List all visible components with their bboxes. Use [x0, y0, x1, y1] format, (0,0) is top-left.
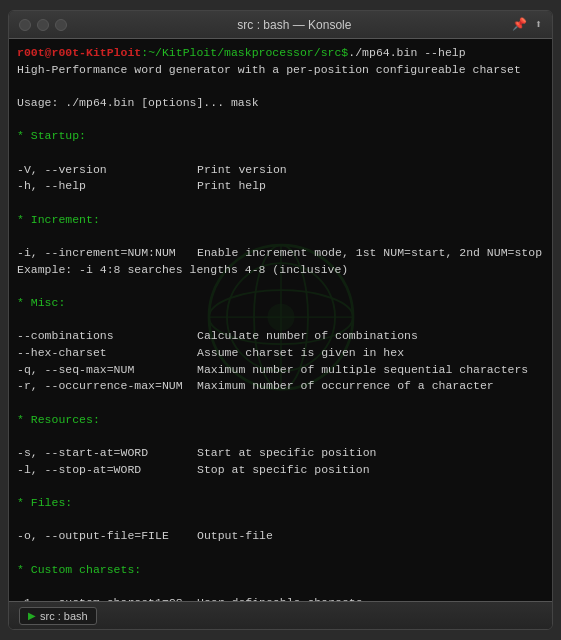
command-1: ./mp64.bin --help	[348, 45, 465, 62]
resources-header: * Resources:	[17, 412, 544, 429]
increment-header: * Increment:	[17, 212, 544, 229]
opt-l-desc: Stop at specific position	[197, 462, 370, 479]
blank-10	[17, 478, 544, 495]
blank-12	[17, 545, 544, 562]
opt-c1-desc: User-defineable charsets	[197, 595, 363, 601]
opt-o-desc: Output-file	[197, 528, 273, 545]
blank-2	[17, 112, 544, 129]
usage-line: Usage: ./mp64.bin [options]... mask	[17, 95, 544, 112]
opt-i-flag: -i, --increment=NUM:NUM	[17, 245, 197, 262]
terminal-body[interactable]: r00t@r00t-KitPloit :~/KitPloit/maskproce…	[9, 39, 552, 601]
opt-hex-line: --hex-charset Assume charset is given in…	[17, 345, 544, 362]
titlebar: src : bash — Konsole 📌 ⬆	[9, 11, 552, 39]
opt-hex-flag: --hex-charset	[17, 345, 197, 362]
prompt-line-1: r00t@r00t-KitPloit :~/KitPloit/maskproce…	[17, 45, 544, 62]
prompt-user-1: r00t@r00t-KitPloit	[17, 45, 141, 62]
blank-6	[17, 278, 544, 295]
opt-comb-desc: Calculate number of combinations	[197, 328, 418, 345]
terminal-content: r00t@r00t-KitPloit :~/KitPloit/maskproce…	[17, 45, 544, 601]
opt-hex-desc: Assume charset is given in hex	[197, 345, 404, 362]
opt-r-flag: -r, --occurrence-max=NUM	[17, 378, 197, 395]
close-button[interactable]	[19, 19, 31, 31]
opt-comb-flag: --combinations	[17, 328, 197, 345]
opt-r-line: -r, --occurrence-max=NUM Maximum number …	[17, 378, 544, 395]
terminal-tab[interactable]: ▶ src : bash	[19, 607, 97, 625]
titlebar-buttons	[19, 19, 67, 31]
custom-header: * Custom charsets:	[17, 562, 544, 579]
opt-i-line2: Example: -i 4:8 searches lengths 4-8 (in…	[17, 262, 544, 279]
opt-q-desc: Maximum number of multiple sequential ch…	[197, 362, 528, 379]
startup-header: * Startup:	[17, 128, 544, 145]
output-line-1: High-Performance word generator with a p…	[17, 62, 544, 79]
pin-icon[interactable]: 📌	[512, 17, 527, 32]
blank-5	[17, 228, 544, 245]
opt-i-desc: Enable increment mode, 1st NUM=start, 2n…	[197, 245, 542, 262]
expand-icon[interactable]: ⬆	[535, 17, 542, 32]
opt-comb-line: --combinations Calculate number of combi…	[17, 328, 544, 345]
opt-o-line: -o, --output-file=FILE Output-file	[17, 528, 544, 545]
misc-header: * Misc:	[17, 295, 544, 312]
opt-h-desc: Print help	[197, 178, 266, 195]
opt-h-flag: -h, --help	[17, 178, 197, 195]
prompt-path-1: :~/KitPloit/maskprocessor/src$	[141, 45, 348, 62]
opt-s-line: -s, --start-at=WORD Start at specific po…	[17, 445, 544, 462]
opt-v-flag: -V, --version	[17, 162, 197, 179]
terminal-tab-icon: ▶	[28, 610, 36, 621]
opt-h-line: -h, --help Print help	[17, 178, 544, 195]
blank-1	[17, 78, 544, 95]
files-header: * Files:	[17, 495, 544, 512]
opt-q-line: -q, --seq-max=NUM Maximum number of mult…	[17, 362, 544, 379]
opt-q-flag: -q, --seq-max=NUM	[17, 362, 197, 379]
blank-11	[17, 512, 544, 529]
opt-c1-flag: -1, --custom-charset1=CS	[17, 595, 197, 601]
terminal-tab-label: src : bash	[40, 610, 88, 622]
tab-bar: ▶ src : bash	[9, 601, 552, 629]
titlebar-actions: 📌 ⬆	[512, 17, 542, 32]
opt-v-line: -V, --version Print version	[17, 162, 544, 179]
blank-7	[17, 312, 544, 329]
terminal-window: src : bash — Konsole 📌 ⬆ r00t@r00t-KitPl…	[8, 10, 553, 630]
opt-s-flag: -s, --start-at=WORD	[17, 445, 197, 462]
blank-13	[17, 579, 544, 596]
blank-3	[17, 145, 544, 162]
blank-9	[17, 428, 544, 445]
opt-r-desc: Maximum number of occurrence of a charac…	[197, 378, 494, 395]
blank-4	[17, 195, 544, 212]
maximize-button[interactable]	[55, 19, 67, 31]
opt-s-desc: Start at specific position	[197, 445, 376, 462]
opt-v-desc: Print version	[197, 162, 287, 179]
opt-c1-line: -1, --custom-charset1=CS User-defineable…	[17, 595, 544, 601]
blank-8	[17, 395, 544, 412]
opt-i-line: -i, --increment=NUM:NUM Enable increment…	[17, 245, 544, 262]
minimize-button[interactable]	[37, 19, 49, 31]
opt-l-flag: -l, --stop-at=WORD	[17, 462, 197, 479]
opt-l-line: -l, --stop-at=WORD Stop at specific posi…	[17, 462, 544, 479]
opt-o-flag: -o, --output-file=FILE	[17, 528, 197, 545]
window-title: src : bash — Konsole	[77, 18, 512, 32]
